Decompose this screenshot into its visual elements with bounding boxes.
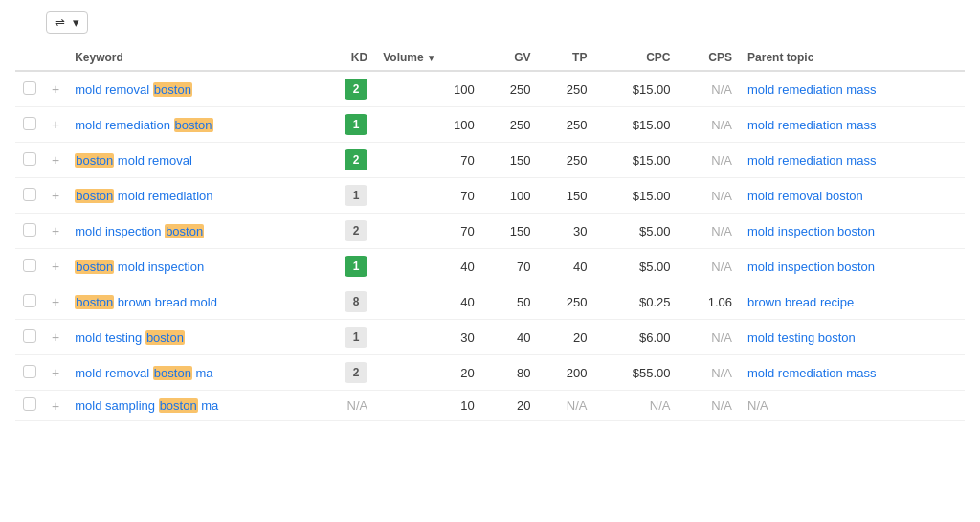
parent-topic-value: N/A: [747, 398, 768, 413]
gv-value: 250: [510, 118, 531, 132]
row-checkbox[interactable]: [23, 223, 36, 237]
cpc-value: N/A: [650, 398, 671, 413]
cps-value: N/A: [711, 398, 732, 413]
row-add-cell: +: [44, 107, 67, 143]
tp-cell: 20: [539, 320, 595, 355]
gv-value: 250: [510, 82, 531, 97]
keyword-text: mold removal: [114, 153, 192, 168]
groups-button[interactable]: ⇌ ▾: [46, 11, 88, 34]
cpc-value: $6.00: [639, 330, 671, 345]
keyword-cell[interactable]: mold testing boston: [67, 320, 316, 355]
tp-value: 40: [573, 260, 587, 274]
add-icon[interactable]: +: [52, 365, 59, 380]
volume-value: 100: [454, 82, 475, 97]
keyword-cell[interactable]: mold remediation boston: [67, 107, 316, 143]
table-row: +mold sampling boston maN/A1020N/AN/AN/A…: [15, 391, 965, 421]
chevron-down-icon: ▾: [73, 15, 79, 30]
col-kd: KD: [316, 45, 375, 71]
tp-value: 250: [567, 118, 588, 132]
parent-topic-link[interactable]: mold remediation mass: [747, 366, 876, 380]
add-icon[interactable]: +: [52, 398, 59, 414]
add-icon[interactable]: +: [52, 152, 59, 168]
kd-badge: 8: [345, 291, 368, 312]
add-icon[interactable]: +: [52, 329, 59, 345]
kd-cell: 2: [316, 71, 375, 107]
volume-value: 70: [460, 153, 474, 168]
add-icon[interactable]: +: [52, 188, 59, 203]
keyword-text: mold sampling: [75, 398, 158, 413]
tp-cell: 250: [539, 71, 595, 107]
cpc-value: $0.25: [639, 295, 671, 309]
cps-cell: N/A: [679, 214, 741, 249]
row-checkbox[interactable]: [23, 365, 36, 378]
row-checkbox[interactable]: [23, 188, 36, 201]
gv-cell: 250: [482, 71, 539, 107]
kd-cell: 1: [316, 107, 375, 143]
gv-value: 70: [517, 260, 530, 274]
keyword-cell[interactable]: boston brown bread mold: [67, 284, 316, 320]
add-icon[interactable]: +: [52, 117, 59, 132]
kd-badge: 1: [345, 256, 368, 277]
keyword-highlight: boston: [165, 224, 204, 238]
tp-cell: 250: [539, 107, 595, 143]
parent-topic-link[interactable]: mold remediation mass: [747, 82, 876, 97]
volume-cell: 100: [375, 107, 481, 143]
parent-topic-cell: brown bread recipe: [740, 284, 965, 320]
kd-cell: 2: [316, 143, 375, 178]
row-checkbox[interactable]: [23, 81, 36, 95]
kd-badge: 2: [345, 79, 368, 100]
volume-value: 70: [460, 189, 474, 203]
row-checkbox[interactable]: [23, 117, 36, 130]
keyword-cell[interactable]: mold removal boston: [67, 71, 316, 107]
cpc-cell: $5.00: [594, 249, 678, 284]
col-volume: Volume ▼: [375, 45, 481, 71]
parent-topic-link[interactable]: mold remediation mass: [747, 118, 876, 132]
col-gv: GV: [482, 45, 539, 71]
table-row: +mold testing boston1304020$6.00N/Amold …: [15, 320, 965, 355]
gv-value: 100: [510, 189, 531, 203]
cpc-value: $5.00: [639, 260, 671, 274]
keyword-cell[interactable]: boston mold remediation: [67, 178, 316, 214]
gv-value: 150: [510, 153, 531, 168]
tp-value: 250: [567, 295, 588, 309]
row-checkbox[interactable]: [23, 294, 36, 307]
parent-topic-link[interactable]: mold removal boston: [747, 189, 863, 203]
row-checkbox[interactable]: [23, 259, 36, 272]
row-checkbox-cell: [15, 249, 44, 284]
volume-value: 70: [460, 224, 474, 238]
keyword-cell[interactable]: mold removal boston ma: [67, 355, 316, 391]
add-icon[interactable]: +: [52, 81, 59, 97]
keyword-cell[interactable]: mold inspection boston: [67, 214, 316, 249]
parent-topic-link[interactable]: mold inspection boston: [747, 260, 875, 274]
keyword-cell[interactable]: mold sampling boston ma: [67, 391, 316, 421]
tp-cell: 150: [539, 178, 595, 214]
row-checkbox-cell: [15, 320, 44, 355]
add-icon[interactable]: +: [52, 223, 59, 238]
add-icon[interactable]: +: [52, 294, 59, 309]
parent-topic-link[interactable]: mold inspection boston: [747, 224, 875, 238]
kd-badge: 1: [345, 114, 368, 135]
cpc-cell: $55.00: [594, 355, 678, 391]
table-row: +mold removal boston2100250250$15.00N/Am…: [15, 71, 965, 107]
row-checkbox-cell: [15, 391, 44, 421]
row-add-cell: +: [44, 249, 67, 284]
add-icon[interactable]: +: [52, 259, 59, 274]
parent-topic-link[interactable]: brown bread recipe: [747, 295, 854, 309]
col-cps: CPS: [679, 45, 741, 71]
row-checkbox[interactable]: [23, 329, 36, 343]
keyword-text: ma: [192, 366, 213, 380]
keyword-cell[interactable]: boston mold inspection: [67, 249, 316, 284]
cpc-value: $55.00: [633, 366, 671, 380]
keyword-highlight: boston: [145, 330, 185, 345]
volume-cell: 20: [375, 355, 481, 391]
parent-topic-link[interactable]: mold testing boston: [747, 330, 856, 345]
keyword-cell[interactable]: boston mold removal: [67, 143, 316, 178]
row-checkbox[interactable]: [23, 397, 36, 411]
parent-topic-link[interactable]: mold remediation mass: [747, 153, 876, 168]
keywords-table: Keyword KD Volume ▼ GV TP CPC CPS Parent…: [15, 45, 965, 421]
row-add-cell: +: [44, 391, 67, 421]
tp-value: 200: [567, 366, 588, 380]
cpc-value: $15.00: [633, 189, 671, 203]
row-checkbox[interactable]: [23, 152, 36, 166]
keyword-text: mold testing: [75, 330, 145, 345]
